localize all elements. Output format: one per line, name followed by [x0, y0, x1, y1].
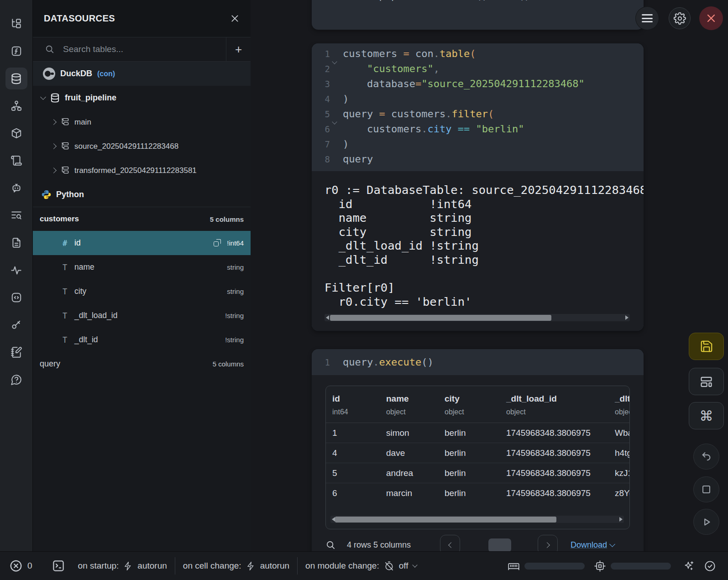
ai-assistant-button[interactable] — [683, 560, 695, 572]
sidebar-item-help[interactable] — [5, 369, 27, 391]
code-editor[interactable]: 4con = pipeline.dataset().ibis() — [312, 0, 644, 3]
cpu-progress-bar — [611, 563, 671, 570]
table-cell: kzJ1C — [608, 468, 630, 478]
sidebar-item-tracing[interactable] — [5, 259, 27, 281]
sidebar-item-ai-chat[interactable] — [5, 177, 27, 199]
table-header-_dlt_load_id[interactable]: _dlt_load_idobject — [500, 394, 608, 416]
table-header-city[interactable]: cityobject — [438, 394, 500, 416]
schema-node-main[interactable]: main — [33, 110, 251, 134]
table-name: customers — [40, 214, 79, 224]
sidebar-item-logs[interactable] — [5, 150, 27, 172]
table-row[interactable]: 1simonberlin1745968348.3806975Wba — [326, 423, 629, 443]
icon-rail — [0, 0, 32, 551]
column-row-_dlt_id[interactable]: T_dlt_id!string — [33, 328, 251, 352]
page-number-field[interactable] — [488, 538, 511, 552]
database-icon — [10, 73, 22, 85]
table-cell: 1745968348.3806975 — [500, 448, 608, 458]
code-editor[interactable]: 1customers = con.table(2 "customers",3 d… — [312, 46, 644, 167]
column-type: string — [227, 287, 244, 295]
on-startup-setting[interactable]: on startup: autorun — [78, 561, 167, 571]
schema-node-source_202504291112283468[interactable]: source_202504291112283468 — [33, 134, 251, 158]
error-indicator[interactable]: 0 — [9, 559, 32, 573]
column-name: name — [74, 262, 94, 272]
table-header-id[interactable]: idint64 — [326, 394, 380, 416]
save-button[interactable] — [689, 333, 724, 360]
column-row-city[interactable]: Tcitystring — [33, 279, 251, 303]
notebook-menu-button[interactable] — [636, 7, 659, 30]
table-cell: dave — [380, 448, 438, 458]
column-row-id[interactable]: #id!int64 — [33, 231, 251, 255]
code-line[interactable]: 8query — [312, 152, 644, 167]
add-datasource-button[interactable]: + — [226, 37, 251, 61]
copy-icon[interactable] — [214, 239, 221, 247]
code-cell-2[interactable]: 1customers = con.table(2 "customers",3 d… — [312, 43, 644, 331]
download-link[interactable]: Download — [571, 540, 614, 550]
sidebar-item-dependency-graph[interactable] — [5, 95, 27, 117]
code-line[interactable]: 6 customers.city == "berlin" — [312, 121, 644, 136]
sidebar-item-code-cell[interactable] — [5, 287, 27, 308]
code-editor[interactable]: 1query.execute() — [312, 355, 644, 370]
panel-close-button[interactable] — [230, 14, 240, 23]
header-dtype: int64 — [332, 408, 380, 416]
scroll-right-arrow[interactable] — [625, 315, 628, 320]
code-text: con = pipeline.dataset().ibis() — [343, 0, 530, 1]
database-node-fruit-pipeline[interactable]: fruit_pipeline — [33, 86, 251, 110]
command-palette-button[interactable]: ⌘ — [689, 402, 724, 429]
code-line[interactable]: 5query = customers.filter( — [312, 106, 644, 121]
table-row[interactable]: 6marcinberlin1745968348.3806975z8Yo — [326, 483, 629, 503]
table-row[interactable]: 5andreaberlin1745968348.3806975kzJ1C — [326, 463, 629, 483]
search-input[interactable] — [63, 44, 200, 54]
column-type: !string — [225, 336, 244, 344]
table-header-_dlt_id[interactable]: _dlt_idobject — [608, 394, 630, 416]
sidebar-item-scratchpad[interactable] — [5, 341, 27, 363]
sidebar-item-file-explorer[interactable] — [5, 13, 27, 35]
schema-node-transformed_202504291112283581[interactable]: transformed_202504291112283581 — [33, 158, 251, 183]
sidebar-item-find-in-cells[interactable] — [5, 204, 27, 226]
table-section-customers[interactable]: customers 5 columns — [33, 207, 251, 231]
on-cell-change-setting[interactable]: on cell change: autorun — [183, 561, 289, 571]
horizontal-scrollbar[interactable] — [330, 516, 624, 523]
duckdb-connection-row[interactable]: DuckDB (con) — [33, 62, 251, 86]
horizontal-scrollbar[interactable] — [325, 314, 630, 321]
table-row[interactable]: 4daveberlin1745968348.3806975h4tg — [326, 443, 629, 463]
code-line[interactable]: 1query.execute() — [312, 355, 644, 370]
scroll-left-arrow[interactable] — [326, 315, 329, 320]
code-line[interactable]: 4) — [312, 91, 644, 106]
python-section-row[interactable]: Python — [33, 183, 251, 207]
layout-toggle-button[interactable] — [689, 368, 724, 395]
table-section-query[interactable]: query 5 columns — [33, 352, 251, 376]
column-row-name[interactable]: Tnamestring — [33, 255, 251, 279]
code-cell-1[interactable]: pipeline = dlt.attach("fruit_pipeline") … — [312, 0, 644, 30]
terminal-button[interactable] — [52, 559, 65, 573]
sidebar-item-secrets[interactable] — [5, 314, 27, 336]
scrollbar-thumb[interactable] — [330, 315, 551, 321]
code-line[interactable]: 3 database="source_202504291112283468" — [312, 76, 644, 91]
layout-icon — [699, 375, 713, 389]
code-line[interactable]: 1customers = con.table( — [312, 46, 644, 61]
scroll-left-arrow[interactable] — [332, 517, 335, 522]
code-line[interactable]: 2 "customers", — [312, 61, 644, 76]
sidebar-item-packages[interactable] — [5, 122, 27, 144]
menu-icon — [642, 14, 653, 22]
table-header-name[interactable]: nameobject — [380, 394, 438, 416]
column-row-_dlt_load_id[interactable]: T_dlt_load_id!string — [33, 303, 251, 328]
code-line[interactable]: 7) — [312, 136, 644, 152]
sidebar-item-snippets[interactable] — [5, 232, 27, 254]
stop-button[interactable] — [693, 476, 719, 502]
search-box[interactable] — [33, 37, 226, 61]
code-line[interactable]: 4con = pipeline.dataset().ibis() — [312, 0, 644, 3]
sidebar-item-datasources[interactable] — [5, 68, 27, 89]
on-module-change-setting[interactable]: on module change: off — [305, 561, 416, 571]
settings-button[interactable] — [669, 7, 691, 29]
code-cell-3[interactable]: 1query.execute() idint64nameobjectcityob… — [312, 349, 644, 559]
schema-icon — [60, 117, 70, 127]
table-search-icon[interactable] — [325, 540, 336, 550]
scrollbar-thumb[interactable] — [335, 517, 556, 523]
undo-button[interactable] — [693, 444, 719, 470]
shutdown-button[interactable] — [699, 6, 723, 30]
run-button[interactable] — [693, 509, 719, 535]
connection-status[interactable] — [704, 560, 716, 572]
table-cell: 4 — [326, 448, 380, 458]
scroll-right-arrow[interactable] — [619, 517, 623, 522]
sidebar-item-functions[interactable] — [5, 40, 27, 62]
